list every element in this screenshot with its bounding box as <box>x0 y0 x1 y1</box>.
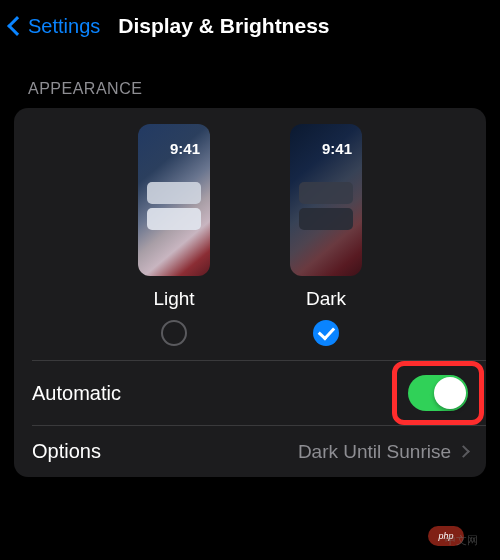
preview-widget <box>147 182 201 204</box>
row-label: Automatic <box>32 382 121 405</box>
preview-widget <box>299 208 353 230</box>
toggle-wrap <box>408 375 468 411</box>
appearance-options: 9:41 Light 9:41 Dark <box>14 124 486 360</box>
row-options[interactable]: Options Dark Until Sunrise <box>14 426 486 477</box>
row-label: Options <box>32 440 101 463</box>
automatic-toggle[interactable] <box>408 375 468 411</box>
appearance-card: 9:41 Light 9:41 Dark Automatic <box>14 108 486 477</box>
appearance-option-dark[interactable]: 9:41 Dark <box>290 124 362 346</box>
chevron-right-icon <box>457 445 470 458</box>
option-label: Light <box>153 288 194 310</box>
header: Settings Display & Brightness <box>0 0 500 58</box>
back-button[interactable]: Settings <box>10 15 100 38</box>
preview-light: 9:41 <box>138 124 210 276</box>
appearance-option-light[interactable]: 9:41 Light <box>138 124 210 346</box>
option-label: Dark <box>306 288 346 310</box>
radio-light[interactable] <box>161 320 187 346</box>
value-text: Dark Until Sunrise <box>298 441 451 463</box>
preview-dark: 9:41 <box>290 124 362 276</box>
watermark-text: 中文网 <box>445 533 478 548</box>
chevron-left-icon <box>7 16 27 36</box>
preview-widget <box>147 208 201 230</box>
row-value: Dark Until Sunrise <box>298 441 468 463</box>
row-automatic: Automatic <box>14 361 486 425</box>
section-label-appearance: APPEARANCE <box>0 58 500 108</box>
back-label: Settings <box>28 15 100 38</box>
radio-dark[interactable] <box>313 320 339 346</box>
page-title: Display & Brightness <box>118 14 329 38</box>
preview-time: 9:41 <box>170 140 200 157</box>
preview-time: 9:41 <box>322 140 352 157</box>
preview-widget <box>299 182 353 204</box>
toggle-knob <box>434 377 466 409</box>
